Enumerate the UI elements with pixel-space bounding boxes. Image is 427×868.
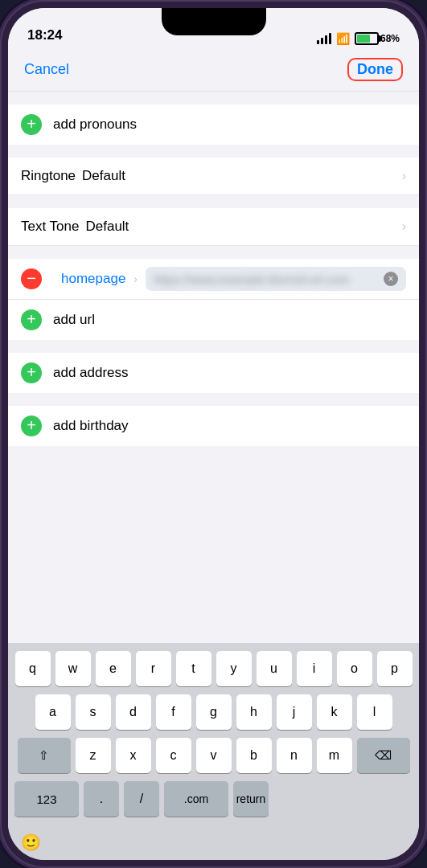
key-n[interactable]: n — [277, 738, 312, 773]
key-l[interactable]: l — [357, 694, 392, 730]
url-input[interactable]: https://www.example-blurred-url.com × — [146, 267, 406, 291]
keyboard-row-3: ⇧ z x c v b n m ⌫ — [11, 738, 416, 773]
add-address-icon: + — [21, 362, 42, 383]
key-s[interactable]: s — [76, 694, 111, 730]
battery-box — [355, 32, 379, 45]
add-address-label: add address — [53, 365, 129, 381]
battery-fill — [357, 35, 370, 43]
text-tone-row[interactable]: Text Tone Default › — [8, 208, 419, 246]
remove-homepage-icon[interactable]: − — [21, 268, 42, 289]
key-h[interactable]: h — [236, 694, 272, 730]
notch — [162, 8, 266, 35]
keyboard: q w e r t y u i o p a s d f g — [8, 643, 419, 860]
signal-bars-icon — [317, 33, 331, 44]
key-x[interactable]: x — [116, 738, 151, 773]
pronouns-section: + add pronouns — [8, 104, 419, 145]
url-section: − homepage › https://www.example-blurred… — [8, 259, 419, 340]
url-value: https://www.example-blurred-url.com — [154, 272, 379, 286]
done-button[interactable]: Done — [347, 58, 403, 81]
text-tone-value: Default — [85, 219, 129, 235]
battery-indicator: 68% — [355, 32, 400, 45]
shift-key[interactable]: ⇧ — [18, 738, 71, 773]
key-o[interactable]: o — [337, 651, 372, 686]
cancel-button[interactable]: Cancel — [24, 61, 69, 78]
key-v[interactable]: v — [196, 738, 232, 773]
add-birthday-icon: + — [21, 416, 42, 436]
emoji-row: 🙂 — [11, 828, 416, 860]
homepage-label: homepage — [61, 271, 125, 287]
url-clear-button[interactable]: × — [384, 272, 398, 286]
key-q[interactable]: q — [15, 651, 51, 686]
phone-screen: 18:24 📶 68% — [8, 8, 419, 860]
key-z[interactable]: z — [76, 738, 111, 773]
add-pronouns-icon: + — [21, 114, 42, 135]
key-e[interactable]: e — [96, 651, 131, 686]
keyboard-row-4: 123 . / .com return — [11, 781, 416, 828]
add-address-item[interactable]: + add address — [8, 353, 419, 393]
add-birthday-item[interactable]: + add birthday — [8, 406, 419, 446]
dot-key[interactable]: . — [84, 781, 119, 817]
key-c[interactable]: c — [156, 738, 191, 773]
status-icons: 📶 68% — [317, 32, 400, 45]
address-section: + add address — [8, 353, 419, 393]
key-u[interactable]: u — [257, 651, 292, 686]
text-tone-label: Text Tone — [21, 219, 79, 235]
key-f[interactable]: f — [156, 694, 191, 730]
key-p[interactable]: p — [377, 651, 413, 686]
wifi-icon: 📶 — [336, 32, 350, 45]
keyboard-row-1: q w e r t y u i o p — [11, 651, 416, 686]
delete-key[interactable]: ⌫ — [357, 738, 410, 773]
nav-bar: Cancel Done — [8, 51, 419, 92]
key-k[interactable]: k — [317, 694, 352, 730]
birthday-section: + add birthday — [8, 406, 419, 446]
homepage-row[interactable]: − homepage › https://www.example-blurred… — [8, 259, 419, 300]
ringtone-row[interactable]: Ringtone Default › — [8, 158, 419, 195]
key-m[interactable]: m — [317, 738, 352, 773]
ringtone-section: Ringtone Default › — [8, 158, 419, 195]
slash-key[interactable]: / — [124, 781, 159, 817]
dotcom-key[interactable]: .com — [164, 781, 228, 817]
key-y[interactable]: y — [216, 651, 252, 686]
key-a[interactable]: a — [35, 694, 71, 730]
ringtone-value: Default — [82, 168, 125, 184]
key-t[interactable]: t — [176, 651, 211, 686]
add-pronouns-label: add pronouns — [53, 117, 137, 133]
return-key[interactable]: return — [233, 781, 269, 817]
key-g[interactable]: g — [196, 694, 232, 730]
add-url-icon: + — [21, 309, 42, 330]
status-time: 18:24 — [27, 27, 62, 45]
battery-percent: 68% — [380, 33, 400, 44]
keyboard-row-2: a s d f g h j k l — [11, 694, 416, 730]
key-d[interactable]: d — [116, 694, 151, 730]
add-birthday-label: add birthday — [53, 418, 129, 434]
emoji-key[interactable]: 🙂 — [21, 833, 41, 852]
text-tone-section: Text Tone Default › — [8, 208, 419, 246]
homepage-chevron-icon: › — [133, 272, 138, 285]
key-r[interactable]: r — [136, 651, 171, 686]
key-j[interactable]: j — [277, 694, 312, 730]
ringtone-label: Ringtone — [21, 168, 76, 184]
add-pronouns-item[interactable]: + add pronouns — [8, 104, 419, 145]
text-tone-chevron-icon: › — [402, 219, 406, 234]
add-url-label: add url — [53, 312, 95, 328]
key-b[interactable]: b — [236, 738, 272, 773]
add-url-item[interactable]: + add url — [8, 300, 419, 340]
key-w[interactable]: w — [55, 651, 91, 686]
ringtone-chevron-icon: › — [402, 169, 406, 183]
phone-frame: 18:24 📶 68% — [0, 0, 427, 868]
numbers-key[interactable]: 123 — [14, 781, 79, 817]
key-i[interactable]: i — [297, 651, 332, 686]
